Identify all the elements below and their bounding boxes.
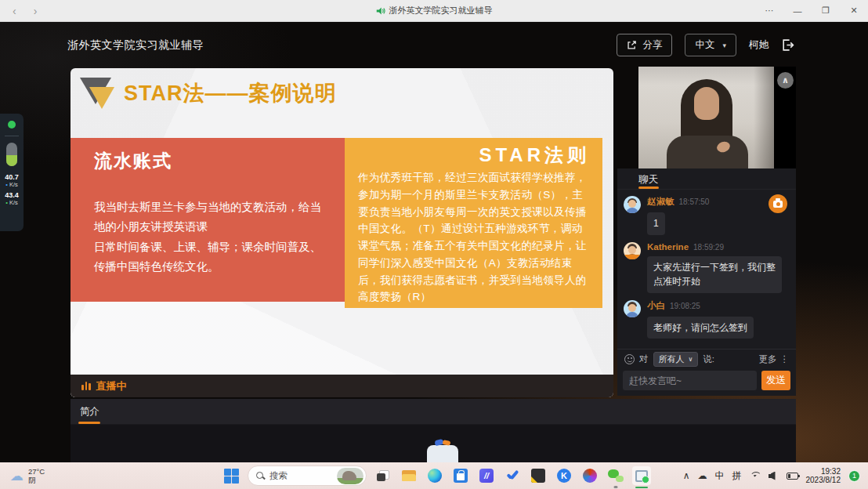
- message-text: 大家先进行一下签到，我们整点准时开始: [647, 256, 782, 293]
- battery-icon[interactable]: [787, 473, 798, 480]
- chat-header: 聊天: [617, 168, 796, 190]
- search-label: 搜索: [269, 470, 332, 482]
- search-box[interactable]: 搜索: [248, 465, 367, 486]
- chat-tab-underline: [638, 187, 659, 189]
- taskbar: ☁ 27°C 阴 搜索 // K ∧: [0, 462, 868, 489]
- right-panel-heading: STAR法则: [358, 143, 590, 168]
- battery-indicator-icon: [6, 143, 17, 166]
- ime-pinyin-indicator[interactable]: 拼: [732, 469, 742, 483]
- send-button[interactable]: 发送: [761, 371, 790, 390]
- share-label: 分享: [642, 38, 662, 52]
- left-panel-line1: 我当时去斯里兰卡参与当地的支教活动，给当地的小朋友讲授英语课: [94, 197, 332, 237]
- message-text: 1: [647, 212, 665, 235]
- weather-temp: 27°C: [28, 467, 45, 476]
- collapse-video-button[interactable]: ∧: [777, 72, 794, 89]
- presentation-slide: STAR法——案例说明 流水账式 我当时去斯里兰卡参与当地的支教活动，给当地的小…: [71, 68, 613, 397]
- store-icon: [454, 469, 468, 483]
- emoji-icon[interactable]: [624, 354, 635, 364]
- start-button[interactable]: [222, 466, 241, 485]
- audience-dropdown[interactable]: 所有人 ∨: [653, 352, 699, 367]
- lecturer-badge: [624, 255, 641, 259]
- office-swirl-icon: [583, 469, 597, 483]
- logout-icon[interactable]: [781, 38, 794, 52]
- nav-forward-icon[interactable]: ›: [34, 5, 38, 17]
- avatar: [624, 300, 641, 317]
- edge-icon: [428, 469, 442, 483]
- nav-back-icon[interactable]: ‹: [13, 5, 16, 17]
- app-slashes-button[interactable]: //: [477, 466, 496, 485]
- tray-time: 19:32: [806, 467, 841, 476]
- slide-title: STAR法——案例说明: [124, 79, 337, 107]
- chat-panel: 聊天 赵淑敏18:57:50 1 Katherine18:59:29 大家先进行…: [617, 168, 796, 396]
- window-close-icon[interactable]: ✕: [840, 0, 868, 22]
- cloud-icon: ☁: [10, 469, 24, 483]
- chevron-down-icon: ▾: [722, 42, 726, 49]
- chat-message: Katherine18:59:29 大家先进行一下签到，我们整点准时开始: [624, 242, 790, 293]
- language-label: 中文: [695, 38, 714, 52]
- message-time: 19:08:25: [670, 302, 700, 310]
- file-explorer-button[interactable]: [400, 466, 418, 485]
- more-button[interactable]: 更多 ⋮: [759, 353, 790, 365]
- weather-condition: 阴: [28, 476, 45, 484]
- tab-intro[interactable]: 简介: [80, 405, 99, 418]
- ime-mode-indicator[interactable]: 中: [715, 469, 725, 483]
- window-minimize-icon[interactable]: —: [783, 0, 812, 22]
- intro-cartoon-image: [427, 445, 458, 462]
- windows-logo-icon: [224, 469, 239, 484]
- window-maximize-icon[interactable]: ❐: [812, 0, 840, 22]
- slide-left-panel: 流水账式 我当时去斯里兰卡参与当地的支教活动，给当地的小朋友讲授英语课 日常时间…: [71, 138, 345, 302]
- language-dropdown[interactable]: 中文 ▾: [685, 34, 736, 56]
- chat-input[interactable]: [623, 371, 757, 390]
- network-monitor-widget[interactable]: 40.7 • K/s 43.4 • K/s: [0, 114, 24, 231]
- os-titlebar: ‹ › 浙外英文学院实习就业辅导 ⋯ — ❐ ✕: [0, 0, 868, 22]
- search-highlight-image: [337, 468, 363, 484]
- k-app-button[interactable]: K: [555, 466, 573, 485]
- window-title: 浙外英文学院实习就业辅导: [389, 5, 493, 16]
- live-status-label: 直播中: [96, 379, 127, 393]
- slide-logo-icon: [80, 76, 116, 110]
- slide-right-panel: STAR法则 作为优秀班干部，经过三次面试获得学校推荐，参加为期一个月的斯里兰卡…: [345, 138, 602, 308]
- download-speed-value: 40.7: [5, 173, 19, 181]
- tray-chevron-up-icon[interactable]: ∧: [683, 470, 690, 481]
- live-app-button[interactable]: [632, 466, 651, 485]
- office-app-button[interactable]: [580, 466, 599, 485]
- video-shadow: [754, 67, 774, 168]
- chat-tab-label[interactable]: 聊天: [638, 173, 658, 187]
- task-view-button[interactable]: [374, 466, 392, 485]
- app-dark-yellow-button[interactable]: [529, 466, 548, 485]
- avatar: [624, 196, 641, 213]
- upload-speed-value: 43.4: [5, 191, 19, 199]
- intro-content: [71, 425, 796, 462]
- todo-app-button[interactable]: [503, 466, 522, 485]
- window-more-icon[interactable]: ⋯: [755, 0, 783, 22]
- say-label: 说:: [703, 353, 714, 365]
- volume-icon[interactable]: [769, 472, 779, 480]
- message-author: 赵淑敏: [647, 197, 675, 206]
- live-status-bar: 直播中: [71, 375, 613, 397]
- chat-message-list[interactable]: 赵淑敏18:57:50 1 Katherine18:59:29 大家先进行一下签…: [617, 190, 796, 349]
- message-author: 小白: [647, 301, 665, 310]
- intro-tab-underline: [78, 422, 100, 424]
- folder-icon: [402, 470, 416, 481]
- stage: 浙外英文学院实习就业辅导 分享 中文 ▾ 柯她 40.7 • K/s 43.4 …: [0, 22, 868, 462]
- tray-date: 2023/8/12: [806, 476, 841, 485]
- wechat-button[interactable]: [606, 466, 625, 485]
- weather-widget[interactable]: ☁ 27°C 阴: [10, 467, 45, 484]
- presenter-body: [667, 136, 748, 168]
- to-label: 对: [639, 353, 649, 365]
- onedrive-cloud-icon[interactable]: ☁: [698, 470, 707, 481]
- slashes-app-icon: //: [479, 469, 494, 483]
- page-title: 浙外英文学院实习就业辅导: [67, 38, 204, 53]
- intro-tab-bar: 简介: [71, 399, 796, 425]
- checkmark-icon: [506, 470, 519, 481]
- download-arrow-icon: •: [5, 181, 8, 188]
- left-panel-heading: 流水账式: [94, 149, 345, 173]
- avatar: [624, 242, 641, 259]
- audio-playing-icon: [376, 6, 385, 16]
- wifi-icon[interactable]: [750, 472, 761, 480]
- share-button[interactable]: 分享: [617, 34, 672, 56]
- notification-badge[interactable]: 1: [848, 470, 860, 482]
- microsoft-store-button[interactable]: [451, 466, 470, 485]
- clock[interactable]: 19:32 2023/8/12: [806, 467, 841, 485]
- edge-browser-button[interactable]: [425, 466, 444, 485]
